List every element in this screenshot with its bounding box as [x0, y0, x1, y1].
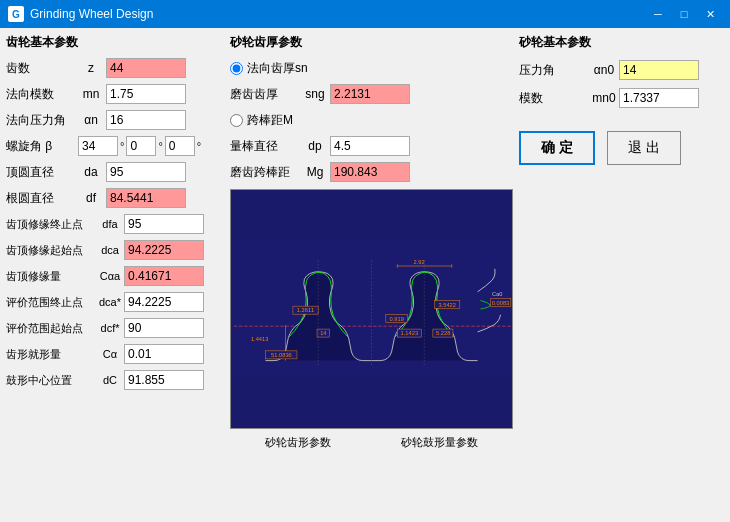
radio-sn[interactable] [230, 62, 243, 75]
label-mg: 磨齿跨棒距 [230, 164, 300, 181]
confirm-button[interactable]: 确 定 [519, 131, 595, 165]
input-dc[interactable] [124, 370, 204, 390]
row-an0: 压力角 αn0 [519, 59, 724, 81]
symbol-mg: Mg [300, 165, 330, 179]
radio-m[interactable] [230, 114, 243, 127]
symbol-sng: sng [300, 87, 330, 101]
radio-m-label: 跨棒距M [247, 112, 293, 129]
symbol-dfa: dfa [96, 218, 124, 230]
label-dca2: 评价范围终止点 [6, 295, 96, 310]
input-da[interactable] [106, 162, 186, 182]
symbol-mn: mn [76, 87, 106, 101]
symbol-an: αn [76, 113, 106, 127]
input-mn[interactable] [106, 84, 186, 104]
svg-text:1.4413: 1.4413 [251, 336, 269, 342]
minimize-button[interactable]: ─ [646, 4, 670, 24]
label-an: 法向压力角 [6, 112, 76, 129]
input-caa[interactable] [124, 266, 204, 286]
degree3: ° [197, 140, 201, 152]
radio-row-sn: 法向齿厚sn [230, 57, 435, 79]
svg-text:0.919: 0.919 [390, 316, 404, 322]
row-da: 顶圆直径 da [6, 161, 224, 183]
input-df[interactable] [106, 188, 186, 208]
input-mn0[interactable] [619, 88, 699, 108]
row-beta: 螺旋角 β ° ° ° [6, 135, 224, 157]
row-dca2: 评价范围终止点 dca* [6, 291, 224, 313]
label-da: 顶圆直径 [6, 164, 76, 181]
bottom-labels: 砂轮齿形参数 砂轮鼓形量参数 [230, 433, 513, 452]
window-controls: ─ □ ✕ [646, 4, 722, 24]
input-beta2[interactable] [126, 136, 156, 156]
main-window: 齿轮基本参数 齿数 z 法向模数 mn 法向压力角 αn 螺旋角 β [0, 28, 730, 522]
input-beta3[interactable] [165, 136, 195, 156]
symbol-dcf: dcf* [96, 322, 124, 334]
maximize-button[interactable]: □ [672, 4, 696, 24]
symbol-z: z [76, 61, 106, 75]
label-sng: 磨齿齿厚 [230, 86, 300, 103]
svg-text:1.1423: 1.1423 [401, 330, 419, 336]
degree1: ° [120, 140, 124, 152]
input-dp[interactable] [330, 136, 410, 156]
label-caa: 齿顶修缘量 [6, 269, 96, 284]
input-beta1[interactable] [78, 136, 118, 156]
top-section: 齿轮基本参数 齿数 z 法向模数 mn 法向压力角 αn 螺旋角 β [6, 34, 724, 516]
symbol-df: df [76, 191, 106, 205]
row-caa: 齿顶修缘量 Cαa [6, 265, 224, 287]
input-dca2[interactable] [124, 292, 204, 312]
input-an[interactable] [106, 110, 186, 130]
label-mn0: 模数 [519, 90, 589, 107]
svg-text:1.2611: 1.2611 [297, 307, 315, 313]
row-dcf: 评价范围起始点 dcf* [6, 317, 224, 339]
label-right-bottom: 砂轮鼓形量参数 [401, 435, 478, 450]
input-z[interactable] [106, 58, 186, 78]
drawing-area: 2.92 1.4413 1.2611 3.5422 0.919 14 [230, 189, 513, 429]
svg-text:3.5422: 3.5422 [438, 302, 456, 308]
label-dca: 齿顶修缘起始点 [6, 243, 96, 258]
label-an0: 压力角 [519, 62, 589, 79]
svg-text:51.0836: 51.0836 [271, 352, 292, 358]
symbol-dca: dca [96, 244, 124, 256]
row-dc: 鼓形中心位置 dC [6, 369, 224, 391]
symbol-an0: αn0 [589, 63, 619, 77]
window-title: Grinding Wheel Design [30, 7, 646, 21]
svg-text:14: 14 [320, 330, 327, 336]
drawing-svg: 2.92 1.4413 1.2611 3.5422 0.919 14 [231, 190, 512, 428]
svg-text:0.0083: 0.0083 [492, 300, 510, 306]
left-panel-title: 齿轮基本参数 [6, 34, 224, 51]
input-dca[interactable] [124, 240, 204, 260]
middle-panel-title: 砂轮齿厚参数 [230, 34, 435, 51]
row-mg: 磨齿跨棒距 Mg [230, 161, 435, 183]
symbol-dp: dp [300, 139, 330, 153]
label-ca: 齿形就形量 [6, 347, 96, 362]
symbol-dca2: dca* [96, 296, 124, 308]
symbol-mn0: mn0 [589, 91, 619, 105]
right-panel-title: 砂轮基本参数 [519, 34, 724, 51]
symbol-dc: dC [96, 374, 124, 386]
exit-button[interactable]: 退 出 [607, 131, 681, 165]
label-dfa: 齿顶修缘终止点 [6, 217, 96, 232]
symbol-da: da [76, 165, 106, 179]
label-mn: 法向模数 [6, 86, 76, 103]
button-row: 确 定 退 出 [519, 131, 724, 165]
label-dp: 量棒直径 [230, 138, 300, 155]
svg-text:5.228: 5.228 [436, 330, 450, 336]
row-ca: 齿形就形量 Cα [6, 343, 224, 365]
row-df: 根圆直径 df [6, 187, 224, 209]
input-mg[interactable] [330, 162, 410, 182]
input-ca[interactable] [124, 344, 204, 364]
label-beta: 螺旋角 β [6, 138, 76, 155]
symbol-ca: Cα [96, 348, 124, 360]
row-sng: 磨齿齿厚 sng [230, 83, 435, 105]
row-mn0: 模数 mn0 [519, 87, 724, 109]
input-an0[interactable] [619, 60, 699, 80]
label-dcf: 评价范围起始点 [6, 321, 96, 336]
close-button[interactable]: ✕ [698, 4, 722, 24]
left-panel: 齿轮基本参数 齿数 z 法向模数 mn 法向压力角 αn 螺旋角 β [6, 34, 224, 516]
input-sng[interactable] [330, 84, 410, 104]
input-dfa[interactable] [124, 214, 204, 234]
row-dca: 齿顶修缘起始点 dca [6, 239, 224, 261]
degree2: ° [158, 140, 162, 152]
label-left-bottom: 砂轮齿形参数 [265, 435, 331, 450]
svg-text:2.92: 2.92 [414, 259, 425, 265]
input-dcf[interactable] [124, 318, 204, 338]
